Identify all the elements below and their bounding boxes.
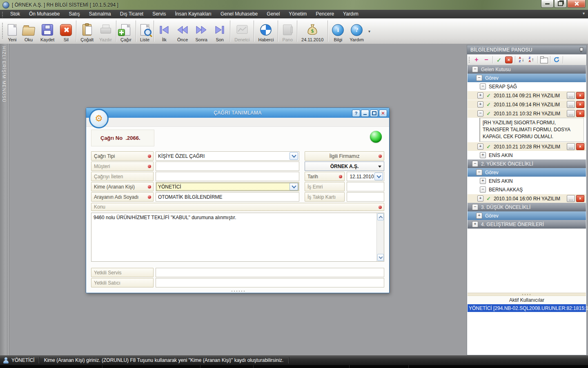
dialog-help-button[interactable]: ? bbox=[352, 110, 360, 117]
menubar-overflow-icon[interactable]: ▾ bbox=[583, 11, 585, 16]
minimize-button[interactable] bbox=[541, 0, 554, 8]
scroll-up-button[interactable] bbox=[377, 213, 384, 220]
tree-row-group[interactable]: +4. GELİŞTİRME ÖNERİLERİ bbox=[468, 220, 586, 229]
toolbar-button-call_page_plus[interactable]: Çağır bbox=[118, 18, 134, 44]
yetkili-satici-input[interactable] bbox=[156, 278, 384, 287]
musteri-input[interactable] bbox=[156, 162, 299, 171]
toolbar-button-info_sphere[interactable]: iBilgi bbox=[329, 18, 347, 44]
delete-message-button[interactable]: × bbox=[576, 110, 584, 117]
cagri-tipi-input[interactable]: KİŞİYE ÖZEL ÇAĞRI bbox=[156, 151, 299, 161]
quick-access-strip[interactable]: HIZLI ERİŞİM MENÜSÜ bbox=[0, 44, 9, 355]
menubar-grip[interactable] bbox=[2, 11, 4, 17]
toolbar-button-copy_clipboard[interactable]: Çoğalt bbox=[78, 18, 96, 44]
folder-icon[interactable] bbox=[539, 56, 548, 64]
expand-icon[interactable]: + bbox=[477, 195, 483, 202]
dialog-resize-grip[interactable] bbox=[231, 290, 245, 292]
tree-row-person[interactable]: +ENİS AKIN bbox=[468, 177, 586, 185]
dialog-maximize-button[interactable] bbox=[370, 110, 378, 117]
expand-icon[interactable]: + bbox=[477, 92, 483, 99]
dialog-minimize-button[interactable] bbox=[361, 110, 369, 117]
dialog-titlebar[interactable]: ÇAĞRI TANIMLAMA bbox=[86, 108, 389, 118]
toolbar-button-nav_first[interactable]: İlk bbox=[155, 18, 173, 44]
menu-item-5[interactable]: Dış Ticaret bbox=[116, 10, 148, 18]
toolbar-button-nav_next[interactable]: Sonra bbox=[192, 18, 211, 44]
tree-row-person[interactable]: −BERNA AKKAŞ bbox=[468, 185, 586, 194]
reject-icon[interactable]: × bbox=[504, 56, 513, 64]
expand-icon[interactable]: + bbox=[480, 152, 486, 158]
pin-icon[interactable] bbox=[579, 47, 583, 52]
menu-item-7[interactable]: İnsan Kaynakları bbox=[171, 10, 216, 18]
menu-item-4[interactable]: Satınalma bbox=[85, 10, 116, 18]
add-icon[interactable]: + bbox=[472, 56, 481, 64]
arayan-input[interactable]: OTOMATİK BİLGİLENDİRME bbox=[156, 192, 299, 202]
menu-item-2[interactable]: Ön Muhasebe bbox=[24, 10, 64, 18]
toolbar-button-save_floppy[interactable]: Kaydet bbox=[38, 18, 57, 44]
toolbar-overflow-icon[interactable]: ▾ bbox=[368, 29, 370, 34]
expand-icon[interactable]: + bbox=[476, 213, 482, 219]
tree-row-subgroup[interactable]: −Görev bbox=[468, 74, 586, 82]
collapse-icon[interactable]: − bbox=[472, 66, 478, 72]
sort-za-icon[interactable]: ZA↑ bbox=[527, 56, 536, 64]
expand-icon[interactable]: + bbox=[477, 101, 483, 108]
dropdown-button[interactable] bbox=[290, 152, 298, 160]
close-button[interactable] bbox=[567, 0, 586, 8]
info-panel-titlebar[interactable]: BİLGİLENDİRME PANOSU bbox=[467, 45, 586, 54]
active-user-row[interactable]: YÖNETİCİ [294.NB-02.SQL2008.URUNLER:82:1… bbox=[468, 304, 586, 312]
menu-item-9[interactable]: Genel bbox=[262, 10, 284, 18]
tree-row-group[interactable]: −3. DÜŞÜK ÖNCELİKLİ bbox=[468, 203, 586, 211]
delete-message-button[interactable]: × bbox=[576, 195, 584, 202]
sort-az-icon[interactable]: AZ↓ bbox=[517, 56, 526, 64]
toolbar-button-delete_cross[interactable]: Sil bbox=[57, 18, 75, 44]
accept-icon[interactable]: ✓ bbox=[494, 56, 503, 64]
expand-icon[interactable]: + bbox=[480, 178, 486, 184]
menu-item-10[interactable]: Yönetim bbox=[284, 10, 311, 18]
tarih-input[interactable]: 12.11.2010 bbox=[347, 172, 384, 181]
details-button[interactable]: … bbox=[567, 101, 575, 108]
kime-input[interactable]: YÖNETİCİ bbox=[156, 182, 299, 191]
tree-row-subgroup[interactable]: +Görev bbox=[468, 211, 586, 220]
collapse-icon[interactable]: − bbox=[472, 204, 478, 210]
delete-message-button[interactable]: × bbox=[576, 143, 584, 150]
delete-message-button[interactable]: × bbox=[576, 92, 584, 99]
os-taskbar[interactable] bbox=[0, 365, 588, 368]
panel-toolbar-grip[interactable] bbox=[468, 56, 470, 63]
dialog-close-button[interactable]: ✕ bbox=[379, 110, 387, 117]
toolbar-button-nav_last[interactable]: Son bbox=[211, 18, 229, 44]
scroll-down-button[interactable] bbox=[377, 254, 384, 261]
menu-item-1[interactable]: Stok bbox=[6, 10, 24, 18]
expand-icon[interactable]: + bbox=[472, 221, 478, 227]
collapse-icon[interactable]: − bbox=[476, 169, 482, 175]
tree-row-message[interactable]: −✓2010.10.21 10:32 RH YAZILIM…× bbox=[468, 109, 586, 118]
tree-row-person[interactable]: +ENİS AKIN bbox=[468, 151, 586, 159]
menu-item-12[interactable]: Yardım bbox=[339, 10, 363, 18]
menu-item-6[interactable]: Servis bbox=[148, 10, 170, 18]
refresh-icon[interactable] bbox=[552, 56, 561, 64]
details-button[interactable]: … bbox=[567, 195, 575, 202]
collapse-icon[interactable]: − bbox=[477, 110, 483, 117]
is-takip-karti-input[interactable] bbox=[347, 192, 384, 202]
toolbar-button-open_folder[interactable]: Oku bbox=[20, 18, 38, 44]
toolbar-button-list_search[interactable]: Liste bbox=[137, 18, 152, 44]
konu-scrollbar[interactable] bbox=[376, 213, 384, 261]
konu-textarea[interactable]: 9460 nolu ÜRÜN/HİZMET TEKLİFİ "KABUL" du… bbox=[91, 213, 384, 262]
dropdown-button[interactable] bbox=[290, 183, 298, 191]
tree-row-message[interactable]: +✓2010.10.21 10:28 RH YAZILIM…× bbox=[468, 142, 586, 151]
date-dropdown-button[interactable] bbox=[374, 173, 383, 180]
menu-item-8[interactable]: Genel Muhasebe bbox=[216, 10, 262, 18]
tree-row-message[interactable]: +✓2010.11.04 09:21 RH YAZILIM…× bbox=[468, 91, 586, 100]
delete-message-button[interactable]: × bbox=[576, 101, 584, 108]
collapse-icon[interactable]: − bbox=[472, 161, 478, 167]
details-button[interactable]: … bbox=[567, 110, 575, 117]
tree-row-message[interactable]: +✓2010.11.04 09:14 RH YAZILIM…× bbox=[468, 100, 586, 109]
tree-row-person[interactable]: −SERAP ŞAĞ bbox=[468, 82, 586, 91]
details-button[interactable]: … bbox=[567, 143, 575, 150]
is-emri-input[interactable] bbox=[347, 182, 384, 191]
tree-row-subgroup[interactable]: −Görev bbox=[468, 168, 586, 177]
ilgili-firmamiz-button[interactable]: İlgili Firmamız bbox=[305, 151, 384, 161]
cagriyi-ileten-input[interactable] bbox=[156, 172, 299, 181]
toolbar-button-money_bag[interactable]: $24.11.2010 bbox=[298, 18, 326, 44]
details-button[interactable]: … bbox=[567, 92, 575, 99]
expand-icon[interactable]: + bbox=[477, 144, 483, 150]
tree-row-group[interactable]: −Gelen Kutusu bbox=[468, 65, 586, 74]
toolbar-grip[interactable] bbox=[2, 22, 4, 39]
